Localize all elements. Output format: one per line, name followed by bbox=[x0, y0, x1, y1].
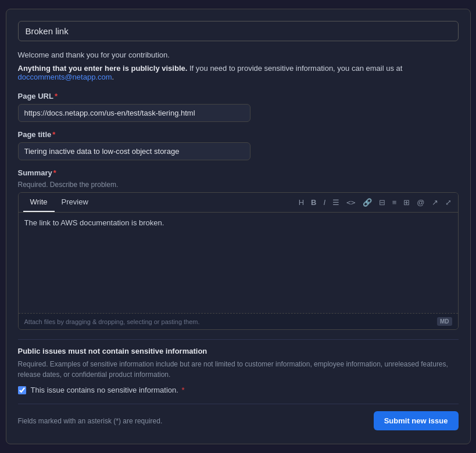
editor-toolbar: H B I ☰ <> 🔗 ⊟ ≡ ⊞ @ ↗ ⤢ bbox=[297, 197, 453, 207]
issue-title-input[interactable] bbox=[18, 21, 459, 41]
toolbar-list-btn[interactable]: ☰ bbox=[331, 197, 341, 207]
email-link[interactable]: doccomments@netapp.com bbox=[18, 73, 112, 81]
summary-section: Summary* Required. Describe the problem.… bbox=[18, 168, 459, 330]
period: . bbox=[112, 73, 114, 81]
sensitive-checkbox-label[interactable]: This issue contains no sensitive informa… bbox=[31, 386, 185, 394]
required-star-url: * bbox=[55, 92, 58, 100]
toolbar-heading-btn[interactable]: H bbox=[297, 197, 306, 207]
sensitive-desc: Required. Examples of sensitive informat… bbox=[18, 359, 459, 380]
editor-body bbox=[19, 213, 458, 313]
toolbar-bold-btn[interactable]: B bbox=[309, 197, 318, 207]
page-url-input[interactable] bbox=[18, 104, 250, 122]
summary-label: Summary* bbox=[18, 168, 459, 177]
attach-text: Attach files by dragging & dropping, sel… bbox=[24, 318, 200, 325]
toolbar-task-btn[interactable]: ⊞ bbox=[402, 197, 411, 207]
toolbar-code-btn[interactable]: <> bbox=[345, 197, 357, 207]
required-star-summary: * bbox=[53, 168, 56, 177]
sensitive-section: Public issues must not contain sensitive… bbox=[18, 339, 459, 394]
warning-bold: Anything that you enter here is publicly… bbox=[18, 64, 188, 73]
toolbar-link-btn[interactable]: 🔗 bbox=[361, 197, 374, 207]
summary-textarea[interactable] bbox=[24, 218, 452, 305]
toolbar-italic-btn[interactable]: I bbox=[321, 197, 327, 207]
modal-container: Welcome and thank you for your contribut… bbox=[6, 9, 471, 444]
tab-preview[interactable]: Preview bbox=[55, 193, 95, 212]
toolbar-ul-btn[interactable]: ⊟ bbox=[377, 197, 387, 207]
required-star-title: * bbox=[52, 130, 55, 139]
editor-tabs-bar: Write Preview H B I ☰ <> 🔗 ⊟ ≡ ⊞ @ ↗ ⤢ bbox=[19, 193, 458, 213]
footer-note: Fields marked with an asterisk (*) are r… bbox=[18, 417, 163, 425]
sensitive-checkbox-row: This issue contains no sensitive informa… bbox=[18, 386, 459, 394]
warning-rest: If you need to provide sensitive informa… bbox=[189, 64, 402, 73]
page-url-section: Page URL* bbox=[18, 92, 459, 122]
page-url-label: Page URL* bbox=[18, 92, 459, 100]
page-title-input[interactable] bbox=[18, 142, 250, 160]
sensitive-checkbox[interactable] bbox=[18, 386, 26, 394]
toolbar-ref-btn[interactable]: ↗ bbox=[430, 197, 440, 207]
tab-write[interactable]: Write bbox=[23, 193, 55, 212]
toolbar-ol-btn[interactable]: ≡ bbox=[391, 197, 399, 207]
editor-footer: Attach files by dragging & dropping, sel… bbox=[19, 313, 458, 329]
modal-footer: Fields marked with an asterisk (*) are r… bbox=[18, 404, 459, 438]
toolbar-expand-btn[interactable]: ⤢ bbox=[443, 197, 453, 207]
warning-text: Anything that you enter here is publicly… bbox=[18, 64, 459, 81]
md-badge: MD bbox=[437, 317, 452, 326]
welcome-line1: Welcome and thank you for your contribut… bbox=[18, 51, 459, 59]
submit-button[interactable]: Submit new issue bbox=[374, 411, 459, 430]
required-star-checkbox: * bbox=[181, 386, 184, 394]
page-title-label: Page title* bbox=[18, 130, 459, 139]
editor-container: Write Preview H B I ☰ <> 🔗 ⊟ ≡ ⊞ @ ↗ ⤢ bbox=[18, 192, 459, 330]
sensitive-title: Public issues must not contain sensitive… bbox=[18, 347, 459, 355]
summary-hint: Required. Describe the problem. bbox=[18, 181, 459, 189]
toolbar-mention-btn[interactable]: @ bbox=[415, 197, 426, 207]
page-title-section: Page title* bbox=[18, 130, 459, 160]
